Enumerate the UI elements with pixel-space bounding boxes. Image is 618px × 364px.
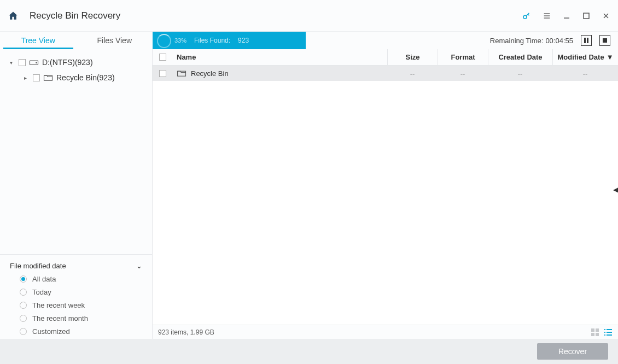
scan-controls: Remaining Time: 00:04:55 xyxy=(306,32,618,49)
checkbox[interactable] xyxy=(19,59,26,66)
footer: Recover xyxy=(0,339,618,364)
checkbox[interactable] xyxy=(33,74,40,81)
status-row: Tree View Files View 33% Files Found: 92… xyxy=(0,32,618,49)
remaining-value: 00:04:55 xyxy=(545,37,573,45)
list-view-icon[interactable] xyxy=(604,328,613,337)
svg-rect-20 xyxy=(607,329,612,330)
radio[interactable] xyxy=(20,302,27,309)
svg-rect-18 xyxy=(596,333,599,336)
filter-panel: File modified date ⌄ All data Today The … xyxy=(0,254,152,339)
svg-rect-24 xyxy=(607,334,612,336)
svg-rect-5 xyxy=(584,13,589,19)
filter-option-month[interactable]: The recent month xyxy=(10,312,142,325)
svg-rect-9 xyxy=(587,38,588,43)
svg-rect-22 xyxy=(607,332,612,333)
close-button[interactable] xyxy=(602,11,610,20)
svg-rect-8 xyxy=(584,38,586,43)
col-created[interactable]: Created Date xyxy=(488,49,552,65)
filter-option-label: The recent month xyxy=(32,314,88,322)
progress-percent: 33% xyxy=(174,37,186,44)
menu-icon[interactable] xyxy=(543,11,551,20)
key-icon[interactable] xyxy=(522,11,532,21)
radio[interactable] xyxy=(20,289,27,296)
minimize-button[interactable] xyxy=(562,11,571,20)
row-modified: -- xyxy=(552,66,618,81)
svg-point-12 xyxy=(36,62,37,63)
drive-icon xyxy=(29,58,39,66)
content: Name Size Format Created Date Modified D… xyxy=(153,49,618,339)
svg-rect-10 xyxy=(603,38,607,43)
tree-child[interactable]: ▸ Recycle Bin(923) xyxy=(0,70,152,85)
app-title: Recycle Bin Recovery xyxy=(30,10,522,21)
svg-point-0 xyxy=(523,15,527,19)
svg-rect-23 xyxy=(604,334,605,336)
progress-count: 923 xyxy=(238,37,249,44)
filter-option-week[interactable]: The recent week xyxy=(10,298,142,312)
filter-header[interactable]: File modified date ⌄ xyxy=(10,259,142,272)
radio[interactable] xyxy=(20,315,27,322)
select-all-checkbox[interactable] xyxy=(153,54,172,61)
titlebar-actions xyxy=(522,11,610,21)
filter-option-today[interactable]: Today xyxy=(10,285,142,298)
svg-rect-17 xyxy=(591,333,594,336)
table-body-empty xyxy=(153,81,618,325)
main-area: ▾ D:(NTFS)(923) ▸ Recycle Bin(923) File … xyxy=(0,49,618,339)
stop-button[interactable] xyxy=(599,35,610,46)
status-summary: 923 items, 1.99 GB xyxy=(158,328,214,336)
filter-option-label: The recent week xyxy=(32,301,85,309)
col-modified-label: Modified Date xyxy=(557,53,604,61)
tab-tree-view[interactable]: Tree View xyxy=(0,32,77,49)
radio[interactable] xyxy=(20,328,27,335)
tab-files-view[interactable]: Files View xyxy=(77,32,153,49)
view-toggle xyxy=(591,328,613,337)
svg-rect-21 xyxy=(604,332,605,333)
svg-rect-14 xyxy=(178,71,186,76)
col-format[interactable]: Format xyxy=(438,49,488,65)
folder-icon xyxy=(177,69,186,77)
grid-view-icon[interactable] xyxy=(591,328,599,337)
folder-icon xyxy=(43,74,53,81)
statusbar: 923 items, 1.99 GB xyxy=(153,325,618,339)
maximize-button[interactable] xyxy=(582,11,591,20)
recover-button[interactable]: Recover xyxy=(537,343,608,360)
progress-ring-icon xyxy=(157,34,171,48)
filter-title: File modified date xyxy=(10,262,66,270)
svg-rect-19 xyxy=(604,329,605,330)
svg-rect-13 xyxy=(44,75,53,80)
view-tabs: Tree View Files View xyxy=(0,32,153,49)
row-created: -- xyxy=(488,66,552,81)
svg-rect-15 xyxy=(591,328,594,332)
caret-right-icon[interactable]: ▸ xyxy=(24,75,30,81)
tree-root-label: D:(NTFS)(923) xyxy=(42,58,93,67)
remaining-label: Remaining Time: xyxy=(490,37,544,45)
col-size[interactable]: Size xyxy=(387,49,438,65)
tree-root[interactable]: ▾ D:(NTFS)(923) xyxy=(0,55,152,70)
chevron-down-icon: ⌄ xyxy=(136,262,142,270)
progress-label: Files Found: xyxy=(194,37,230,44)
table-row[interactable]: Recycle Bin -- -- -- -- xyxy=(153,66,618,81)
home-icon[interactable] xyxy=(8,10,19,21)
row-size: -- xyxy=(387,66,438,81)
tree: ▾ D:(NTFS)(923) ▸ Recycle Bin(923) xyxy=(0,49,152,254)
filter-option-custom[interactable]: Customized xyxy=(10,325,142,338)
row-format: -- xyxy=(438,66,488,81)
filter-option-label: All data xyxy=(32,275,56,283)
table-header: Name Size Format Created Date Modified D… xyxy=(153,49,618,66)
pause-button[interactable] xyxy=(581,35,592,46)
expand-panel-icon[interactable]: ◀ xyxy=(613,186,618,193)
titlebar: Recycle Bin Recovery xyxy=(0,0,618,32)
filter-option-label: Today xyxy=(32,288,51,296)
scan-progress: 33% Files Found: 923 xyxy=(153,32,306,49)
sort-desc-icon: ▼ xyxy=(607,53,614,61)
row-name: Recycle Bin xyxy=(191,69,229,78)
col-name[interactable]: Name xyxy=(172,53,387,61)
filter-option-label: Customized xyxy=(32,327,70,336)
radio[interactable] xyxy=(20,275,27,283)
row-checkbox[interactable] xyxy=(159,70,166,77)
filter-option-all[interactable]: All data xyxy=(10,272,142,285)
caret-down-icon[interactable]: ▾ xyxy=(10,60,15,66)
sidebar: ▾ D:(NTFS)(923) ▸ Recycle Bin(923) File … xyxy=(0,49,153,339)
tree-child-label: Recycle Bin(923) xyxy=(56,73,115,82)
svg-rect-16 xyxy=(596,328,599,332)
col-modified[interactable]: Modified Date▼ xyxy=(552,49,618,65)
